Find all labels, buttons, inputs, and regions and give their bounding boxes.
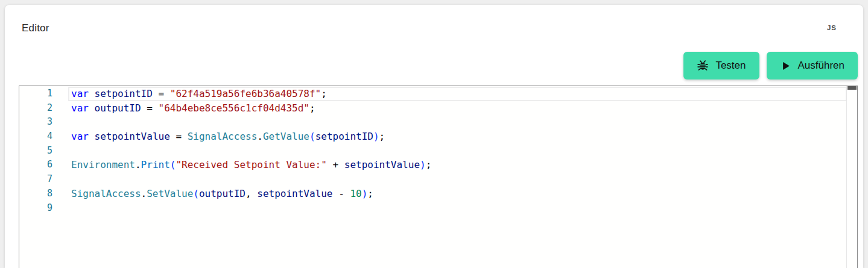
code-line[interactable] bbox=[71, 172, 846, 187]
code-line[interactable]: var setpointValue = SignalAccess.GetValu… bbox=[71, 129, 846, 144]
line-number: 3 bbox=[19, 115, 52, 129]
code-line[interactable]: var outputID = "64b4ebe8ce556c1cf04d435d… bbox=[71, 101, 846, 116]
code-line[interactable] bbox=[71, 201, 846, 216]
code-line[interactable]: var setpointID = "62f4a519a56fe6b36a4057… bbox=[71, 87, 846, 101]
code-line[interactable] bbox=[71, 144, 846, 158]
line-number: 2 bbox=[19, 101, 52, 116]
code-line[interactable]: SignalAccess.SetValue(outputID, setpoint… bbox=[71, 187, 846, 201]
line-number: 5 bbox=[19, 144, 52, 158]
line-number: 6 bbox=[19, 158, 52, 172]
bug-icon bbox=[697, 60, 709, 72]
cursor-overview-marker bbox=[847, 86, 857, 90]
line-number: 8 bbox=[19, 187, 52, 201]
code-lines[interactable]: var setpointID = "62f4a519a56fe6b36a4057… bbox=[71, 87, 846, 215]
editor-scrollbar[interactable] bbox=[846, 86, 857, 268]
javascript-language-icon: JS bbox=[827, 24, 837, 31]
test-button[interactable]: Testen bbox=[683, 52, 759, 79]
play-icon bbox=[780, 60, 791, 72]
test-button-label: Testen bbox=[715, 60, 746, 72]
code-line[interactable]: Environment.Print("Received Setpoint Val… bbox=[71, 158, 846, 172]
line-number: 7 bbox=[19, 172, 52, 187]
line-number: 9 bbox=[19, 201, 52, 216]
run-button-label: Ausführen bbox=[798, 60, 845, 72]
toolbar: Testen Ausführen bbox=[683, 52, 858, 79]
page-title: Editor bbox=[22, 22, 49, 34]
line-number-gutter: 123456789 bbox=[19, 87, 71, 215]
editor-card: Editor JS Testen bbox=[5, 5, 863, 268]
run-button[interactable]: Ausführen bbox=[767, 52, 858, 79]
code-line[interactable] bbox=[71, 115, 846, 129]
line-number: 4 bbox=[19, 129, 52, 144]
code-editor[interactable]: 123456789 var setpointID = "62f4a519a56f… bbox=[19, 86, 858, 268]
line-number: 1 bbox=[19, 87, 52, 101]
